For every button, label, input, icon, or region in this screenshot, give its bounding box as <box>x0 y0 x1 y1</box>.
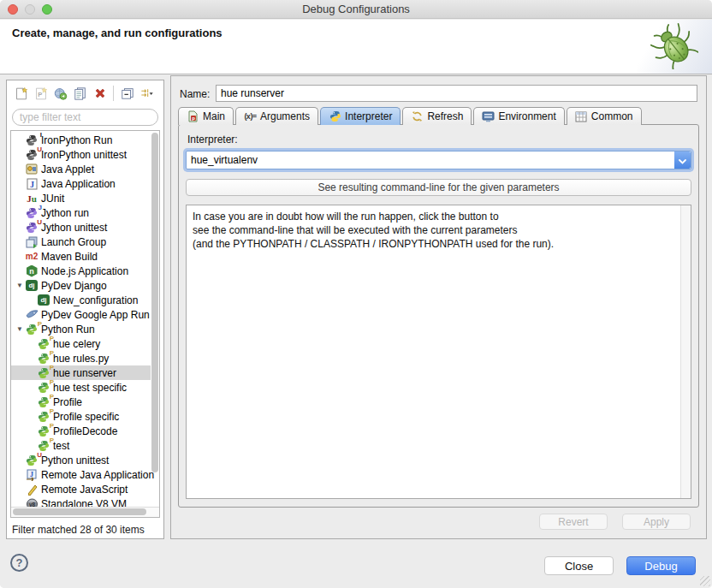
debug-bug-banner <box>637 20 712 74</box>
tree-item-label: test <box>53 440 69 452</box>
tree-item-maven-build[interactable]: m2Maven Build <box>11 249 151 264</box>
tree-item-python-unittest[interactable]: UPython unittest <box>11 453 151 467</box>
tree-item-profile[interactable]: PProfile <box>11 395 151 409</box>
filter-input[interactable] <box>12 109 158 126</box>
info-line: In case you are in doubt how will the ru… <box>193 210 673 223</box>
tree-item-hue-runserver[interactable]: Phue runserver <box>11 365 151 380</box>
tree-item-label: JUnit <box>41 193 64 205</box>
expand-arrow-icon[interactable]: ▼ <box>15 325 25 333</box>
tree-item-label: PyDev Google App Run <box>41 309 150 321</box>
header-title: Create, manage, and run configurations <box>12 27 222 39</box>
expand-arrow-icon[interactable]: ▼ <box>15 282 25 289</box>
revert-button[interactable]: Revert <box>539 514 608 530</box>
tree-item-pydev-django[interactable]: ▼djPyDev Django <box>11 278 151 293</box>
tree-horizontal-scrollbar[interactable] <box>13 508 146 515</box>
info-vertical-scrollbar-track[interactable] <box>680 205 691 498</box>
close-button[interactable]: Close <box>544 556 614 575</box>
chevron-down-icon <box>679 152 686 168</box>
tree-item-profile-specific[interactable]: PProfile specific <box>11 409 151 424</box>
tree-vertical-scrollbar[interactable] <box>151 133 158 472</box>
maven-icon: m2 <box>25 250 39 263</box>
debug-button[interactable]: Debug <box>626 556 696 575</box>
tree-item-ironpython-run[interactable]: IIronPython Run <box>11 133 151 147</box>
tab-main[interactable]: pMain <box>178 107 234 125</box>
tab-arguments[interactable]: (x)=Arguments <box>235 107 318 125</box>
svg-text:p: p <box>192 116 195 121</box>
tab-interpreter[interactable]: Interpreter <box>320 107 400 125</box>
interpreter-input[interactable] <box>186 151 691 169</box>
new-prototype-button[interactable]: P <box>31 84 50 103</box>
tab-label: Environment <box>498 110 555 122</box>
configurations-tree: IIronPython RunUIronPython unittestJava … <box>10 130 160 518</box>
environment-icon <box>482 110 495 123</box>
tree-item-hue-celery[interactable]: Phue celery <box>11 336 151 351</box>
titlebar: Debug Configurations <box>0 0 712 19</box>
tree-item-label: Jython run <box>41 207 89 219</box>
tree-item-remote-java-application[interactable]: JRemote Java Application <box>11 467 151 482</box>
tree-item-jython-unittest[interactable]: UJython unittest <box>11 220 151 235</box>
tab-label: Interpreter <box>345 110 392 122</box>
dialog-button-bar: ? Close Debug <box>0 540 712 588</box>
tree-item-profiledecode[interactable]: PProfileDecode <box>11 424 151 438</box>
tree-item-ironpython-unittest[interactable]: UIronPython unittest <box>11 147 151 162</box>
export-configurations-button[interactable] <box>50 84 70 103</box>
tab-environment[interactable]: Environment <box>473 107 564 125</box>
python-green-u-icon: U <box>25 454 39 466</box>
tree-item-hue-test-specific[interactable]: Phue test specific <box>11 380 151 395</box>
tree-item-hue-rules-py[interactable]: Phue rules.py <box>11 351 151 365</box>
tree-item-label: Profile <box>53 396 82 408</box>
tree-item-label: PyDev Django <box>41 280 107 292</box>
tree-item-java-applet[interactable]: Java Applet <box>11 162 151 176</box>
tree-item-label: Launch Group <box>41 236 106 248</box>
tree-hscroll-track <box>11 507 159 517</box>
gae-icon <box>25 308 39 321</box>
tab-label: Common <box>591 110 633 122</box>
python-green-p-icon: P <box>37 337 50 350</box>
tree-item-label: hue runserver <box>53 367 116 379</box>
tabbar: pMain(x)=ArgumentsInterpreterRefreshEnvi… <box>178 107 644 125</box>
python-green-p-icon: P <box>37 366 50 379</box>
tree-item-label: IronPython Run <box>41 134 112 146</box>
delete-button[interactable] <box>90 84 110 103</box>
tree-item-label: Remote Java Application <box>41 469 154 481</box>
apply-button[interactable]: Apply <box>622 514 691 530</box>
tree-item-pydev-google-app-run[interactable]: PyDev Google App Run <box>11 307 151 322</box>
tree-item-python-run[interactable]: ▼PPython Run <box>11 322 151 336</box>
debug-configurations-window: Debug Configurations Create, manage, and… <box>0 0 712 588</box>
help-button[interactable]: ? <box>10 554 28 572</box>
resize-grip[interactable] <box>700 576 710 586</box>
see-command-line-button[interactable]: See resulting command-line for the given… <box>186 179 691 196</box>
tree-item-label: Remote JavaScript <box>41 484 128 496</box>
junit-icon: Ju <box>25 192 39 205</box>
tab-label: Arguments <box>260 110 310 122</box>
interpreter-dropdown-button[interactable] <box>674 151 691 169</box>
tree-item-label: Node.js Application <box>41 265 128 277</box>
tree-item-jython-run[interactable]: JJython run <box>11 205 151 220</box>
tree-item-remote-javascript[interactable]: Remote JavaScript <box>11 482 151 496</box>
svg-text:P: P <box>38 91 42 98</box>
tree-item-label: Jython unittest <box>41 222 107 234</box>
name-input[interactable] <box>216 85 697 102</box>
tree-item-new-configuration[interactable]: djNew_configuration <box>11 293 151 307</box>
tree-item-test[interactable]: Ptest <box>11 438 151 453</box>
python-purple-u-icon: U <box>25 221 39 234</box>
launch-group-icon <box>25 235 39 248</box>
export-config-icon <box>54 87 68 100</box>
new-configuration-button[interactable] <box>11 84 31 103</box>
tab-refresh[interactable]: Refresh <box>402 107 472 125</box>
svg-text:J: J <box>30 179 34 188</box>
tree-item-java-application[interactable]: JJava Application <box>11 176 151 191</box>
remote-java-icon: J <box>25 468 39 481</box>
tree-item-launch-group[interactable]: Launch Group <box>11 235 151 249</box>
duplicate-button[interactable] <box>70 84 90 103</box>
tab-label: Refresh <box>427 110 463 122</box>
tree-item-label: hue celery <box>53 338 100 350</box>
tree-item-node-js-application[interactable]: nNode.js Application <box>11 264 151 278</box>
filter-menu-button[interactable] <box>137 84 157 103</box>
django-icon: dj <box>25 279 39 292</box>
tree-item-junit[interactable]: JuJUnit <box>11 191 151 205</box>
node-icon: n <box>25 264 39 277</box>
collapse-all-button[interactable] <box>117 84 137 103</box>
tree-item-label: New_configuration <box>53 294 138 306</box>
tab-common[interactable]: Common <box>567 107 642 125</box>
